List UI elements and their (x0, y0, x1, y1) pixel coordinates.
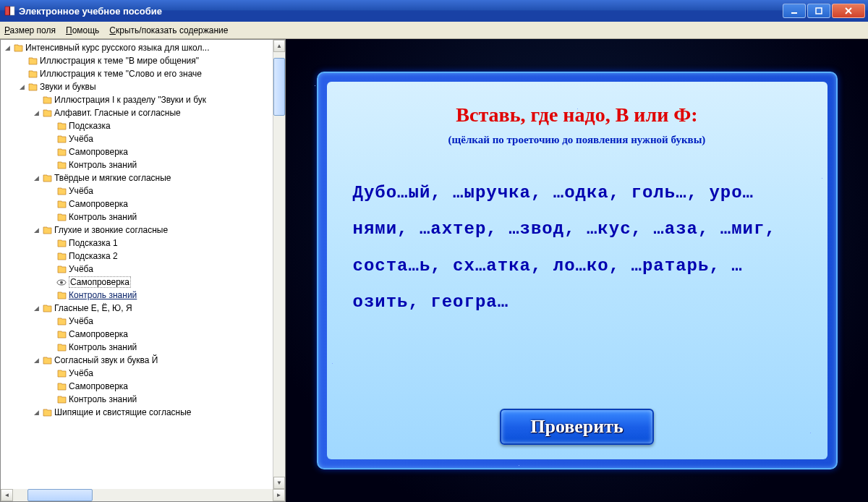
scroll-up-button[interactable]: ▲ (273, 40, 285, 52)
hscroll-thumb[interactable] (27, 489, 93, 501)
scroll-track[interactable] (273, 52, 285, 477)
tree-item[interactable]: ◢Твёрдые и мягкие согласные (1, 171, 273, 184)
tree-item[interactable]: Контроль знаний (1, 289, 273, 302)
check-button[interactable]: Проверить (500, 409, 654, 445)
maximize-button[interactable] (807, 4, 830, 18)
tree-item-label: Самопроверка (69, 276, 131, 288)
svg-rect-0 (5, 7, 9, 15)
tree-item[interactable]: ◢Гласные Е, Ё, Ю, Я (1, 302, 273, 315)
tree-item-label: Иллюстрация к теме "Слово и его значе (40, 69, 202, 79)
scroll-left-button[interactable]: ◄ (1, 489, 13, 501)
minimize-button[interactable] (783, 4, 806, 18)
folder-icon (56, 122, 67, 130)
tree-item[interactable]: Учёба (1, 184, 273, 197)
tree-item-label: Самопроверка (69, 329, 128, 339)
tree-item[interactable]: ◢Интенсивный курс русского языка для шко… (1, 41, 273, 54)
folder-icon (56, 252, 67, 260)
tree-item-label: Контроль знаний (69, 160, 137, 170)
lesson-card: Вставь, где надо, В или Ф: (щёлкай по тр… (317, 72, 838, 469)
svg-rect-4 (816, 8, 822, 14)
svg-point-8 (60, 281, 63, 284)
horizontal-scrollbar[interactable]: ◄ ► (1, 489, 285, 501)
folder-icon (56, 135, 67, 143)
tree-item-label: Интенсивный курс русского языка для школ… (25, 43, 210, 53)
menu-help[interactable]: Помощь (66, 25, 99, 35)
tree-item-label: Подсказка 1 (69, 238, 118, 248)
menubar: Размер поля Помощь Скрыть/показать содер… (0, 22, 868, 39)
vertical-scrollbar[interactable]: ▲ ▼ (273, 40, 285, 489)
collapse-icon[interactable]: ◢ (33, 305, 41, 312)
tree-item[interactable]: Подсказка (1, 119, 273, 132)
tree-item[interactable]: ◢Согласный звук и буква Й (1, 354, 273, 367)
tree-item[interactable]: Учёба (1, 315, 273, 328)
tree-item[interactable]: Самопроверка (1, 145, 273, 158)
tree-item-label: Звуки и буквы (40, 82, 96, 92)
tree-item[interactable]: Учёба (1, 132, 273, 145)
svg-rect-1 (10, 7, 14, 15)
scroll-thumb[interactable] (273, 58, 285, 116)
tree-item[interactable]: Контроль знаний (1, 341, 273, 354)
tree-item[interactable]: Иллюстрация к теме "Слово и его значе (1, 67, 273, 80)
folder-icon (56, 291, 67, 299)
tree-item[interactable]: ◢Шипящие и свистящие согласные (1, 406, 273, 419)
tree-item[interactable]: Подсказка 2 (1, 250, 273, 263)
window-controls (783, 4, 865, 18)
toc-tree[interactable]: ◢Интенсивный курс русского языка для шко… (1, 40, 273, 489)
tree-item-label: Контроль знаний (69, 212, 137, 222)
tree-item[interactable]: Контроль знаний (1, 210, 273, 224)
tree-item-label: Подсказка 2 (69, 251, 118, 261)
collapse-icon[interactable]: ◢ (18, 83, 26, 91)
folder-icon (56, 330, 67, 339)
svg-rect-3 (791, 12, 797, 14)
tree-item[interactable]: Самопроверка (1, 380, 273, 393)
collapse-icon[interactable]: ◢ (33, 174, 41, 182)
menu-toggle-toc[interactable]: Скрыть/показать содержание (109, 25, 228, 35)
collapse-icon[interactable]: ◢ (4, 44, 12, 52)
tree-item[interactable]: Учёба (1, 263, 273, 276)
eye-icon (56, 278, 67, 286)
folder-icon (56, 200, 67, 208)
lesson-title: Вставь, где надо, В или Ф: (456, 103, 697, 127)
folder-icon (56, 265, 67, 273)
tree-item[interactable]: Самопроверка (1, 276, 273, 289)
collapse-icon[interactable]: ◢ (33, 357, 41, 365)
tree-item-label: Учёба (69, 264, 93, 274)
tree-item[interactable]: Подсказка 1 (1, 237, 273, 250)
tree-item[interactable]: Самопроверка (1, 197, 273, 210)
tree-item-label: Контроль знаний (69, 394, 137, 404)
tree-item[interactable]: ◢Алфавит. Гласные и согласные (1, 106, 273, 119)
tree-item[interactable]: Контроль знаний (1, 393, 273, 406)
tree-item[interactable]: ◢Звуки и буквы (1, 80, 273, 93)
tree-item[interactable]: Иллюстрация I к разделу "Звуки и бук (1, 93, 273, 106)
scroll-right-button[interactable]: ► (273, 489, 285, 501)
tree-item-label: Контроль знаний (69, 342, 137, 352)
tree-item-label: Самопроверка (69, 381, 128, 391)
tree-item[interactable]: Самопроверка (1, 328, 273, 341)
tree-item[interactable]: Контроль знаний (1, 158, 273, 171)
tree-item-label: Гласные Е, Ё, Ю, Я (54, 303, 132, 313)
application-window: Электронное учебное пособие Размер поля … (0, 0, 868, 502)
window-title: Электронное учебное пособие (19, 6, 783, 17)
tree-item[interactable]: Иллюстрация к теме "В мире общения" (1, 54, 273, 67)
exercise-text[interactable]: Дубо…ый, …ыручка, …одка, голь…, уро…нями… (349, 175, 806, 401)
tree-item-label: Глухие и звонкие согласные (54, 225, 168, 235)
tree-item-label: Самопроверка (69, 147, 128, 157)
titlebar[interactable]: Электронное учебное пособие (0, 0, 868, 22)
scroll-down-button[interactable]: ▼ (273, 477, 285, 489)
folder-icon (42, 109, 52, 117)
folder-icon (56, 343, 67, 352)
toc-sidebar: ◢Интенсивный курс русского языка для шко… (0, 39, 286, 502)
folder-icon (56, 239, 67, 247)
tree-item[interactable]: Учёба (1, 367, 273, 380)
menu-field-size[interactable]: Размер поля (4, 25, 56, 35)
tree-item-label: Учёба (69, 186, 93, 196)
hscroll-track[interactable] (13, 489, 273, 501)
collapse-icon[interactable]: ◢ (33, 409, 41, 417)
tree-item[interactable]: ◢Глухие и звонкие согласные (1, 224, 273, 237)
folder-icon (56, 187, 67, 195)
folder-icon (42, 226, 52, 234)
app-icon (4, 5, 16, 17)
collapse-icon[interactable]: ◢ (33, 226, 41, 234)
collapse-icon[interactable]: ◢ (33, 109, 41, 117)
close-button[interactable] (832, 4, 865, 18)
